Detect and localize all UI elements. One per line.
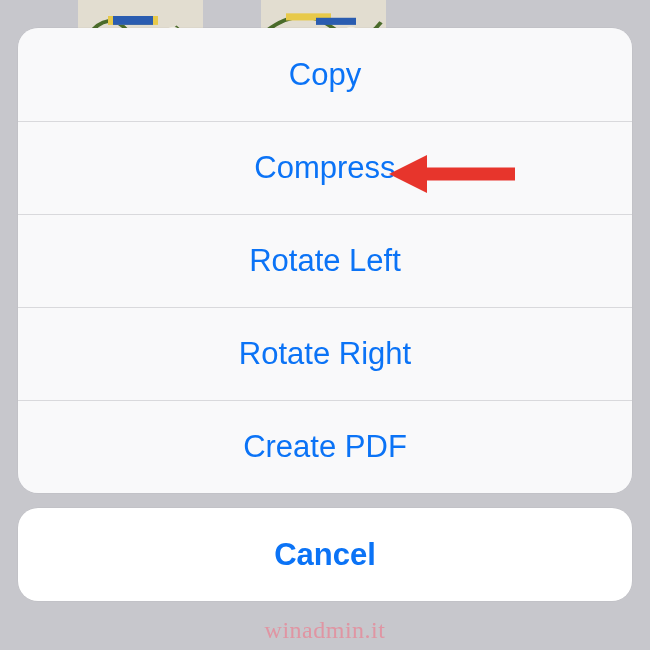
action-create-pdf[interactable]: Create PDF [18, 400, 632, 493]
cancel-label: Cancel [274, 537, 376, 573]
action-sheet: Copy Compress Rotate Left Rotate Right C… [18, 28, 632, 493]
action-compress[interactable]: Compress [18, 121, 632, 214]
action-label: Rotate Right [239, 336, 411, 372]
watermark-text: winadmin.it [0, 617, 650, 644]
action-label: Compress [254, 150, 395, 186]
action-rotate-right[interactable]: Rotate Right [18, 307, 632, 400]
action-rotate-left[interactable]: Rotate Left [18, 214, 632, 307]
action-label: Rotate Left [249, 243, 401, 279]
action-copy[interactable]: Copy [18, 28, 632, 121]
cancel-button[interactable]: Cancel [18, 508, 632, 601]
action-label: Create PDF [243, 429, 407, 465]
action-label: Copy [289, 57, 361, 93]
svg-rect-2 [113, 16, 153, 25]
svg-rect-6 [316, 18, 356, 25]
